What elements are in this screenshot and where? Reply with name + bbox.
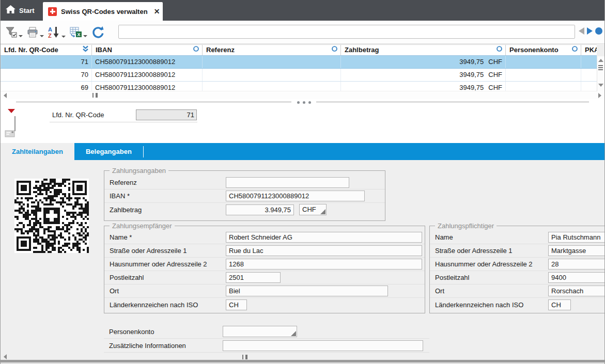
column-header-zahlbetrag[interactable]: Zahlbetrag bbox=[340, 45, 505, 55]
refresh-button[interactable] bbox=[90, 25, 106, 42]
strasse-label: Straße oder Adresszeile 1 bbox=[435, 247, 548, 255]
filter-icon bbox=[6, 27, 18, 40]
table-row[interactable]: 69 CH5800791123000889012 3949,75CHF bbox=[1, 82, 597, 91]
pflichtiger-hausnummer-input[interactable] bbox=[548, 259, 605, 270]
sort-desc-icon[interactable] bbox=[82, 45, 89, 55]
splitter-handle[interactable] bbox=[1, 99, 604, 105]
refresh-icon bbox=[91, 26, 105, 40]
column-header-pka[interactable]: PKA bbox=[581, 45, 597, 55]
cell-personenkonto bbox=[505, 82, 581, 91]
pflichtiger-iso-input[interactable] bbox=[548, 299, 571, 310]
tab-start[interactable]: Start bbox=[0, 0, 40, 21]
group-zahlungsangaben: Zahlungsangaben Referenz IBAN * Zahlbetr… bbox=[104, 170, 385, 221]
currency-combo[interactable]: CHF bbox=[299, 204, 327, 215]
group-zahlungspflichtiger: Zahlungspflichtiger Name Straße oder Adr… bbox=[429, 226, 605, 313]
tab-swiss-qr-codes[interactable]: Swiss QR-Codes verwalten ✕ bbox=[43, 2, 163, 21]
table-row[interactable]: 71 CH5800791123000889012 3949,75CHF bbox=[1, 56, 597, 69]
tab-zahlteilangaben[interactable]: Zahlteilangaben bbox=[1, 143, 74, 160]
cell-referenz bbox=[202, 82, 340, 91]
strasse-label: Straße oder Adresszeile 1 bbox=[110, 247, 226, 255]
scroll-right-icon[interactable] bbox=[598, 93, 601, 98]
zahlbetrag-input[interactable] bbox=[226, 204, 294, 215]
filter-button[interactable] bbox=[5, 25, 24, 41]
tab-belegangaben[interactable]: Belegangaben bbox=[74, 143, 143, 160]
empfaenger-iso-input[interactable] bbox=[226, 299, 247, 310]
cell-iban: CH5800791123000889012 bbox=[91, 69, 202, 81]
tab-separator bbox=[143, 146, 144, 157]
zusatz-label: Zusätzliche Informationen bbox=[109, 342, 223, 350]
nav-current-icon[interactable] bbox=[595, 27, 602, 35]
filter-circle-icon[interactable] bbox=[331, 45, 338, 55]
column-label: Lfd. Nr. QR-Code bbox=[4, 45, 58, 55]
empfaenger-name-input[interactable] bbox=[226, 232, 422, 243]
empfaenger-strasse-input[interactable] bbox=[226, 245, 422, 256]
sort-dropdown-caret[interactable] bbox=[61, 36, 66, 38]
scroll-left-icon[interactable] bbox=[4, 93, 7, 98]
print-dropdown-caret[interactable] bbox=[40, 35, 44, 37]
form-scroll-grip[interactable] bbox=[242, 355, 247, 359]
form-scroll-left-icon[interactable] bbox=[4, 354, 7, 359]
splitter-dots-icon[interactable] bbox=[291, 99, 316, 105]
record-nav bbox=[579, 27, 602, 35]
svg-text:X: X bbox=[77, 32, 81, 37]
column-header-personenkonto[interactable]: Personenkonto bbox=[505, 45, 581, 55]
column-header-lfd-nr[interactable]: Lfd. Nr. QR-Code bbox=[1, 45, 91, 55]
group-zahlungsempfaenger: Zahlungsempfänger Name * Straße oder Adr… bbox=[104, 226, 425, 313]
search-input[interactable] bbox=[118, 25, 575, 39]
scroll-up-icon[interactable] bbox=[598, 59, 603, 62]
printer-icon bbox=[27, 27, 39, 40]
top-tab-bar: Start Swiss QR-Codes verwalten ✕ bbox=[0, 0, 605, 21]
referenz-label: Referenz bbox=[110, 179, 226, 186]
scroll-down-icon[interactable] bbox=[598, 84, 603, 87]
empfaenger-ort-input[interactable] bbox=[226, 286, 388, 296]
laenderkennzeichen-label: Länderkennzeichen nach ISO bbox=[435, 301, 548, 309]
filter-dropdown-caret[interactable] bbox=[19, 35, 23, 37]
ort-label: Ort bbox=[110, 287, 226, 295]
group-legend: Zahlungspflichtiger bbox=[435, 222, 497, 230]
window-border-left bbox=[0, 0, 1, 364]
zusatz-input[interactable] bbox=[223, 340, 423, 351]
empfaenger-plz-input[interactable] bbox=[226, 272, 281, 283]
cell-zahlbetrag: 3949,75CHF bbox=[340, 56, 505, 68]
scroll-thumb[interactable] bbox=[598, 65, 603, 70]
iban-input[interactable] bbox=[226, 191, 365, 201]
lfd-nr-field[interactable] bbox=[136, 109, 197, 120]
filter-circle-icon[interactable] bbox=[193, 45, 199, 55]
pflichtiger-name-input[interactable] bbox=[548, 232, 605, 243]
sort-button[interactable]: A Z bbox=[47, 25, 67, 42]
filter-circle-icon[interactable] bbox=[571, 45, 578, 55]
export-excel-button[interactable]: X bbox=[69, 25, 88, 41]
pflichtiger-strasse-input[interactable] bbox=[548, 245, 605, 256]
export-dropdown-caret[interactable] bbox=[83, 35, 87, 37]
grid-horizontal-scrollbar[interactable] bbox=[1, 91, 604, 99]
zahlbetrag-label: Zahlbetrag bbox=[110, 206, 226, 214]
cell-zahlbetrag: 3949,75CHF bbox=[340, 82, 505, 91]
personenkonto-combo[interactable] bbox=[223, 326, 297, 337]
detail-underline bbox=[50, 122, 197, 122]
record-card-icon[interactable] bbox=[5, 129, 15, 139]
column-header-referenz[interactable]: Referenz bbox=[202, 45, 340, 55]
empfaenger-hausnummer-input[interactable] bbox=[226, 259, 422, 270]
grid-vertical-scrollbar[interactable] bbox=[597, 56, 604, 91]
hausnummer-label: Hausnummer oder Adresszeile 2 bbox=[435, 260, 548, 268]
referenz-input[interactable] bbox=[226, 177, 349, 188]
nav-prev-icon[interactable] bbox=[579, 27, 584, 35]
table-row[interactable]: 70 CH5800791123000889012 3949,75CHF bbox=[1, 69, 597, 82]
scroll-grip[interactable] bbox=[92, 93, 98, 98]
cell-nr: 71 bbox=[1, 56, 91, 68]
detail-tab-bar: Zahlteilangaben Belegangaben bbox=[1, 143, 604, 160]
pflichtiger-plz-input[interactable] bbox=[548, 272, 605, 283]
close-tab-icon[interactable]: ✕ bbox=[154, 7, 160, 15]
column-label: Personenkonto bbox=[509, 45, 559, 55]
personenkonto-row: Personenkonto bbox=[104, 325, 429, 339]
zusatz-row: Zusätzliche Informationen bbox=[104, 339, 429, 353]
toolbar-buttons: A Z X bbox=[5, 25, 106, 42]
hausnummer-label: Hausnummer oder Adresszeile 2 bbox=[110, 260, 226, 268]
cell-nr: 69 bbox=[1, 82, 91, 91]
pflichtiger-ort-input[interactable] bbox=[548, 286, 605, 296]
column-header-iban[interactable]: IBAN bbox=[91, 45, 202, 55]
filter-circle-icon[interactable] bbox=[496, 45, 503, 55]
zahlteilangaben-panel: Zahlungsangaben Referenz IBAN * Zahlbetr… bbox=[1, 160, 604, 360]
print-button[interactable] bbox=[26, 25, 45, 41]
nav-next-icon[interactable] bbox=[587, 27, 593, 35]
